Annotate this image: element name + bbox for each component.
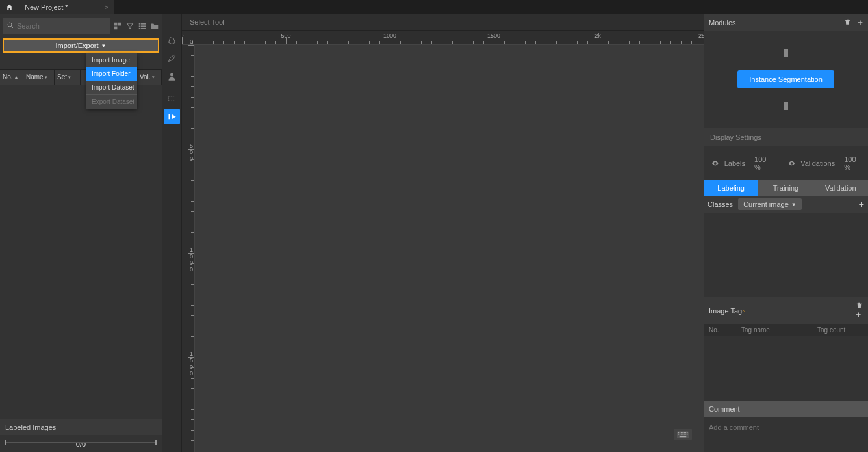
menu-import-dataset[interactable]: Import Dataset	[86, 81, 137, 94]
folder-icon[interactable]	[149, 20, 159, 32]
brush-tool[interactable]	[164, 50, 180, 66]
close-tab-icon[interactable]: ×	[105, 3, 109, 11]
col-no[interactable]: No.▲	[0, 70, 23, 85]
select-tool-bar: Select Tool	[182, 14, 704, 31]
import-export-button[interactable]: Import/Export ▼	[3, 38, 159, 53]
mode-tabs: Labeling Training Validation	[704, 180, 868, 196]
home-icon	[5, 3, 14, 12]
svg-rect-22	[678, 434, 680, 435]
add-module-icon[interactable]: +	[858, 18, 863, 28]
image-list-body	[0, 85, 162, 419]
svg-rect-25	[682, 434, 683, 435]
svg-point-11	[170, 73, 173, 76]
image-tag-columns: No. Tag name Tag count	[704, 324, 868, 336]
svg-rect-16	[680, 432, 681, 433]
tab-validation[interactable]: Validation	[813, 180, 868, 196]
search-input[interactable]	[3, 18, 110, 34]
svg-rect-26	[684, 434, 685, 435]
svg-rect-10	[141, 28, 146, 29]
modules-title: Modules	[709, 19, 736, 27]
col-name[interactable]: Name▾	[23, 70, 55, 85]
import-export-menu: Import Image Import Folder Import Datase…	[86, 53, 137, 109]
connector-top	[784, 49, 788, 57]
col-set[interactable]: Set▾	[55, 70, 81, 85]
polygon-tool[interactable]	[164, 32, 180, 47]
svg-rect-8	[141, 25, 146, 27]
project-title: New Project *	[25, 3, 68, 11]
display-settings-title: Display Settings	[704, 128, 868, 146]
classes-body	[704, 213, 868, 297]
labels-visibility[interactable]: Labels 100 %	[711, 155, 771, 171]
classes-label: Classes	[708, 200, 733, 208]
project-tab[interactable]: New Project * ×	[18, 0, 114, 14]
svg-rect-20	[685, 432, 687, 433]
canvas[interactable]	[195, 45, 704, 452]
svg-rect-17	[681, 432, 682, 433]
left-panel: Import/Export ▼ Import Image Import Fold…	[0, 14, 162, 452]
svg-rect-5	[139, 23, 140, 25]
menu-import-image[interactable]: Import Image	[86, 53, 137, 67]
connector-bottom	[784, 102, 788, 110]
home-tab[interactable]	[0, 0, 18, 14]
svg-rect-27	[685, 434, 687, 435]
ruler-horizontal: 0500100015002k25	[182, 31, 704, 45]
svg-rect-21	[687, 432, 688, 433]
comment-input[interactable]: Add a comment	[704, 417, 868, 438]
tab-labeling[interactable]: Labeling	[704, 180, 758, 196]
svg-rect-12	[169, 96, 175, 101]
ruler-vertical: 0500100015002k	[182, 45, 195, 452]
add-class-icon[interactable]: +	[859, 199, 864, 209]
validations-visibility[interactable]: Validations 100 %	[788, 155, 860, 171]
image-tag-body	[704, 336, 868, 401]
canvas-area: Select Tool 0500100015002k25 05001000150…	[182, 14, 704, 452]
svg-rect-9	[139, 28, 140, 29]
svg-rect-23	[680, 434, 681, 435]
user-tool[interactable]	[164, 68, 180, 84]
image-tag-title: Image Tag	[709, 307, 742, 315]
trash-icon[interactable]	[856, 301, 863, 310]
search-icon	[6, 21, 14, 29]
image-table-header: No.▲ Name▾ Set▾ Val.▾	[0, 69, 162, 85]
add-tag-icon[interactable]: +	[856, 310, 861, 320]
play-tool[interactable]	[164, 109, 180, 124]
trash-icon[interactable]	[844, 18, 851, 28]
eye-icon	[788, 159, 795, 168]
list-icon[interactable]	[138, 20, 147, 32]
eye-icon	[711, 159, 719, 168]
svg-rect-3	[118, 23, 121, 26]
svg-rect-15	[678, 432, 680, 433]
tab-training[interactable]: Training	[758, 180, 813, 196]
svg-rect-2	[114, 23, 118, 26]
svg-rect-6	[141, 23, 146, 25]
module-chip[interactable]: Instance Segmentation	[737, 70, 834, 88]
svg-rect-7	[139, 25, 140, 27]
progress-bar[interactable]	[5, 442, 157, 443]
classes-scope[interactable]: Current image▼	[738, 198, 802, 210]
labeled-images-title: Labeled Images	[0, 419, 162, 435]
menu-import-folder[interactable]: Import Folder	[86, 67, 137, 81]
menu-export-dataset: Export Dataset	[86, 95, 137, 109]
svg-rect-18	[682, 432, 683, 433]
comment-title: Comment	[704, 401, 868, 417]
svg-rect-19	[684, 432, 685, 433]
filter-icon[interactable]	[125, 20, 135, 32]
svg-point-0	[8, 23, 12, 27]
rect-tool[interactable]	[164, 90, 180, 106]
keyboard-icon[interactable]	[674, 429, 692, 440]
svg-rect-24	[681, 434, 682, 435]
svg-rect-13	[169, 114, 171, 119]
chevron-down-icon: ▼	[101, 43, 107, 49]
svg-rect-4	[114, 27, 118, 30]
svg-rect-28	[687, 434, 688, 435]
col-val[interactable]: Val.▾	[137, 70, 162, 85]
image-grid-icon[interactable]	[113, 20, 123, 32]
right-panel: Modules + Instance Segmentation Display …	[704, 14, 868, 452]
svg-line-1	[12, 27, 14, 29]
svg-rect-29	[680, 436, 687, 437]
import-export-label: Import/Export	[56, 42, 99, 49]
tool-strip	[162, 14, 182, 452]
